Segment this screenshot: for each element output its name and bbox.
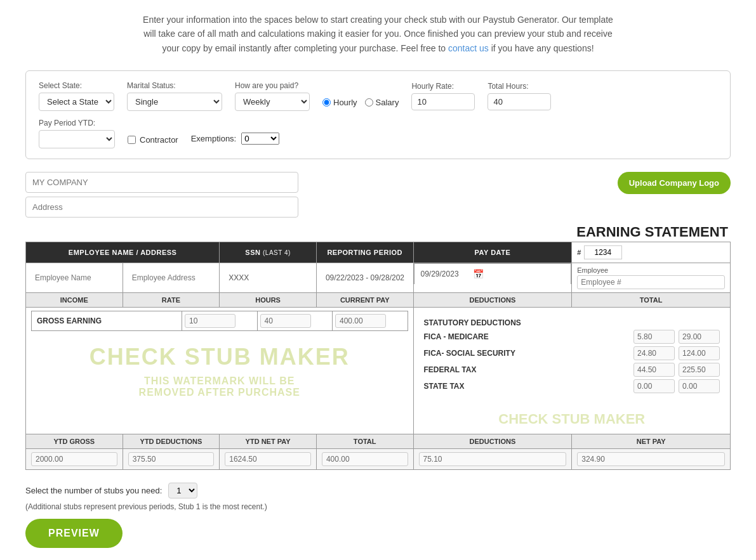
pay-period-ytd-dropdown[interactable] xyxy=(39,130,115,148)
hourly-rate-label: Hourly Rate: xyxy=(411,82,475,91)
stub-body-row: GROSS EARNING xyxy=(26,308,731,434)
deductions-panel: STATUTORY DEDUCTIONS FICA - MEDICAREFICA… xyxy=(413,308,731,434)
hash-input[interactable] xyxy=(584,245,622,259)
total-hours-group: Total Hours: xyxy=(487,82,551,110)
deduction-total-input-2[interactable] xyxy=(633,363,675,377)
deduction-total-input-3[interactable] xyxy=(633,379,675,393)
col-deductions-header: DEDUCTIONS xyxy=(413,293,572,308)
intro-text-4: if you have any questions! xyxy=(491,43,594,53)
ytd-header-row: YTD GROSS YTD DEDUCTIONS YTD NET PAY TOT… xyxy=(26,434,731,449)
exemptions-label: Exemptions: xyxy=(191,134,237,143)
contact-us-link[interactable]: contact us xyxy=(448,43,489,53)
total-hours-label: Total Hours: xyxy=(487,82,551,91)
select-state-dropdown[interactable]: Select a State AlabamaAlaskaArizona Cali… xyxy=(39,93,114,111)
statutory-deductions-header: STATUTORY DEDUCTIONS xyxy=(424,315,720,330)
deductions-total-cell xyxy=(413,449,572,470)
select-state-label: Select State: xyxy=(39,81,114,90)
gross-rate-input[interactable] xyxy=(185,314,235,328)
total-header: TOTAL xyxy=(316,434,413,449)
select-state-group: Select State: Select a State AlabamaAlas… xyxy=(39,81,114,111)
ytd-gross-input[interactable] xyxy=(31,452,117,466)
col-current-pay-header: CURRENT PAY xyxy=(316,293,413,308)
how-paid-dropdown[interactable]: WeeklyBi-WeeklySemi-MonthlyMonthly xyxy=(235,93,310,111)
marital-status-dropdown[interactable]: SingleMarriedHead of Household xyxy=(127,93,222,111)
exemptions-group: Exemptions: 012345 xyxy=(191,133,280,148)
company-address-input[interactable] xyxy=(25,197,298,218)
earning-statement-title: EARNING STATEMENT xyxy=(25,224,731,240)
deduction-row-3: STATE TAX xyxy=(424,379,720,393)
deduction-total-input-0[interactable] xyxy=(633,330,675,344)
employee-hash-input[interactable] xyxy=(577,275,725,289)
gross-hours-input[interactable] xyxy=(260,314,311,328)
ytd-net-pay-input[interactable] xyxy=(225,452,311,466)
watermark-main-text: CHECK STUB MAKER xyxy=(90,344,350,370)
hourly-label-text: Hourly xyxy=(333,98,357,107)
ssn-input[interactable] xyxy=(225,271,311,285)
hourly-radio-label[interactable]: Hourly xyxy=(322,98,357,107)
intro-text-1: Enter your information into the spaces b… xyxy=(143,15,613,25)
col-pay-date: PAY DATE xyxy=(413,242,572,263)
gross-current-pay-cell xyxy=(333,311,408,331)
pay-period-ytd-label: Pay Period YTD: xyxy=(39,119,115,127)
ytd-deductions-input[interactable] xyxy=(128,452,215,466)
col-ssn: SSN (LAST 4) xyxy=(220,242,317,263)
gross-earning-row: GROSS EARNING xyxy=(32,311,408,331)
stubs-count-dropdown[interactable]: 12345 xyxy=(168,483,197,498)
deduction-ytd-input-1[interactable] xyxy=(679,346,720,360)
salary-label-text: Salary xyxy=(376,98,399,107)
preview-button[interactable]: PREVIEW xyxy=(25,519,123,548)
contractor-checkbox[interactable] xyxy=(128,136,136,144)
pay-period-ytd-group: Pay Period YTD: xyxy=(39,119,115,148)
ytd-net-pay-cell xyxy=(220,449,317,470)
ytd-gross-cell xyxy=(26,449,123,470)
salary-radio-label[interactable]: Salary xyxy=(365,98,399,107)
deduction-ytd-input-2[interactable] xyxy=(679,363,720,377)
deduction-row-1: FICA- SOCIAL SECURITY xyxy=(424,346,720,360)
stubs-note: (Additional stubs represent previous per… xyxy=(25,502,731,511)
employee-address-input[interactable] xyxy=(128,271,215,285)
hourly-radio[interactable] xyxy=(322,98,331,107)
income-deductions-header-row: INCOME RATE HOURS CURRENT PAY DEDUCTIONS… xyxy=(26,293,731,308)
calendar-icon[interactable]: 📅 xyxy=(473,269,484,279)
hash-symbol: # xyxy=(577,249,581,256)
col-hours-header: HOURS xyxy=(220,293,317,308)
reporting-period-input[interactable] xyxy=(322,271,408,285)
deduction-name-1: FICA- SOCIAL SECURITY xyxy=(424,349,630,358)
col-employee-name-address: EMPLOYEE NAME / ADDRESS xyxy=(26,242,220,263)
deduction-ytd-input-3[interactable] xyxy=(679,379,720,393)
ytd-deductions-cell xyxy=(123,449,220,470)
exemptions-dropdown[interactable]: 012345 xyxy=(241,133,279,145)
ytd-net-pay-header: YTD NET PAY xyxy=(220,434,317,449)
intro-paragraph: Enter your information into the spaces b… xyxy=(25,13,731,55)
deduction-row-0: FICA - MEDICARE xyxy=(424,330,720,344)
gross-current-pay-input[interactable] xyxy=(335,314,386,328)
col-total-header: TOTAL xyxy=(572,293,731,308)
gross-hours-cell xyxy=(257,311,333,331)
pay-date-input[interactable] xyxy=(420,267,470,281)
deductions-watermark: CHECK STUB MAKER xyxy=(498,411,645,427)
deduction-ytd-input-0[interactable] xyxy=(679,330,720,344)
deductions-total-input[interactable] xyxy=(419,452,567,466)
marital-status-label: Marital Status: xyxy=(127,81,222,90)
upload-logo-button[interactable]: Upload Company Logo xyxy=(618,172,731,194)
deduction-name-2: FEDERAL TAX xyxy=(424,365,630,374)
total-input[interactable] xyxy=(322,452,408,466)
company-name-input[interactable] xyxy=(25,172,298,193)
intro-text-3: your copy by email instantly after compl… xyxy=(162,43,446,53)
deduction-total-input-1[interactable] xyxy=(633,346,675,360)
net-pay-input[interactable] xyxy=(577,452,725,466)
employee-name-input[interactable] xyxy=(31,271,117,285)
ytd-deductions-header: YTD DEDUCTIONS xyxy=(123,434,220,449)
how-paid-label: How are you paid? xyxy=(235,81,310,90)
hourly-rate-input[interactable] xyxy=(411,93,475,110)
col-rate-header: RATE xyxy=(123,293,220,308)
how-paid-group: How are you paid? WeeklyBi-WeeklySemi-Mo… xyxy=(235,81,310,111)
col-reporting-period: REPORTING PERIOD xyxy=(316,242,413,263)
ytd-gross-header: YTD GROSS xyxy=(26,434,123,449)
salary-radio[interactable] xyxy=(365,98,373,107)
total-cell xyxy=(316,449,413,470)
reporting-period-cell xyxy=(316,263,413,293)
watermark-sub-text: THIS WATERMARK WILL BEREMOVED AFTER PURC… xyxy=(139,375,300,398)
total-hours-input[interactable] xyxy=(487,93,551,110)
stubs-select-row: Select the number of stubs you need: 123… xyxy=(25,483,731,498)
